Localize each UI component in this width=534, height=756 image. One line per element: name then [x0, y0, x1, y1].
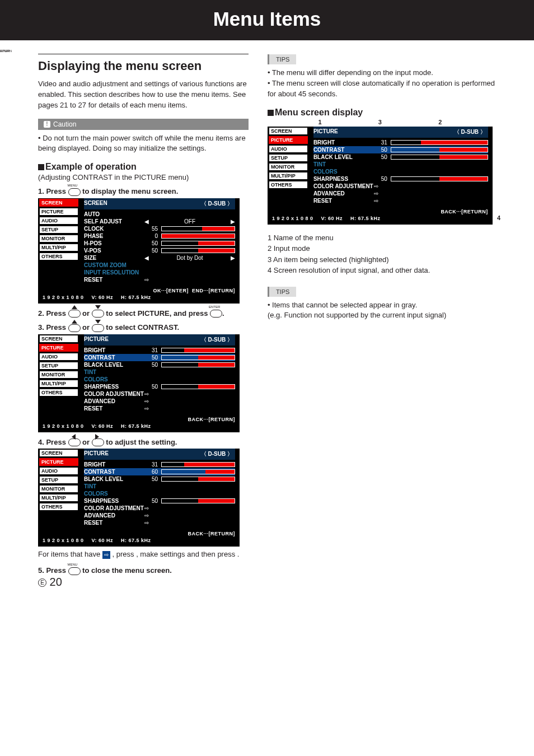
- callout-2: 2: [438, 119, 442, 125]
- callout-3: 3: [378, 119, 382, 125]
- legend: 1 Name of the menu 2 Input mode 3 An ite…: [268, 232, 500, 276]
- cat-monitor[interactable]: MONITOR: [39, 235, 78, 242]
- page-title: Menu Items: [0, 0, 534, 40]
- callout-1: 1: [318, 119, 321, 125]
- tips-label-1: TIPS: [268, 54, 296, 64]
- cat-picture[interactable]: PICTURE: [39, 208, 78, 216]
- submenu-arrow-icon: ⇨: [102, 551, 110, 559]
- tips-label-2: TIPS: [268, 287, 296, 297]
- cat-audio[interactable]: AUDIO: [39, 217, 78, 225]
- example-subnote: (Adjusting CONTRAST in the PICTURE menu): [38, 173, 249, 181]
- osd-screen-menu: SCREEN PICTURE AUDIO SETUP MONITOR MULTI…: [38, 198, 240, 304]
- menu-screen-display-heading: Menu screen display: [268, 108, 500, 118]
- callout-4: 4: [497, 214, 500, 221]
- example-heading: Example of operation: [38, 162, 249, 172]
- step-5: 5. Press to close the menu screen.: [38, 566, 249, 575]
- osd-picture-menu-50: SCREEN PICTURE AUDIO SETUP MONITOR MULTI…: [38, 334, 240, 432]
- step-4: 4. Press or to adjust the setting.: [38, 438, 249, 447]
- intro-text: Video and audio adjustment and settings …: [38, 79, 249, 111]
- step-2: 2. Press or to select PICTURE, and press…: [38, 309, 249, 318]
- step-3: 3. Press or to select CONTRAST.: [38, 323, 249, 332]
- cat-multipip[interactable]: MULTI/PIP: [39, 244, 78, 251]
- down-button-icon: [92, 324, 104, 332]
- after-osd-note: For items that have ⇨ , press , make set…: [38, 549, 249, 561]
- step-1: 1. Press to display the menu screen.: [38, 187, 249, 196]
- page-number: E 20: [38, 576, 62, 589]
- cat-setup[interactable]: SETUP: [39, 226, 78, 234]
- up-button-icon: [68, 310, 81, 318]
- right-button-icon: [92, 438, 104, 446]
- osd-picture-menu-callout: SCREEN PICTURE AUDIO SETUP MONITOR MULTI…: [268, 127, 493, 225]
- cat-others[interactable]: OTHERS: [39, 253, 78, 260]
- section-heading-display: Displaying the menu screen: [38, 54, 249, 73]
- tip-3: Items that cannot be selected appear in …: [268, 300, 500, 321]
- osd-picture-menu-60: SCREEN PICTURE AUDIO SETUP MONITOR MULTI…: [38, 449, 240, 547]
- enter-button-icon: [210, 310, 222, 318]
- left-button-icon: [68, 438, 81, 446]
- tip-1: The menu will differ depending on the in…: [268, 68, 500, 78]
- tip-2: The menu screen will close automatically…: [268, 78, 500, 100]
- cat-screen[interactable]: SCREEN: [39, 199, 78, 207]
- caution-text: Do not turn the main power switch off wh…: [38, 133, 249, 155]
- menu-button-icon: [68, 567, 81, 575]
- up-button-icon: [68, 324, 81, 332]
- caution-label: Caution: [38, 119, 249, 130]
- down-button-icon: [92, 310, 104, 318]
- menu-button-icon: [68, 188, 81, 196]
